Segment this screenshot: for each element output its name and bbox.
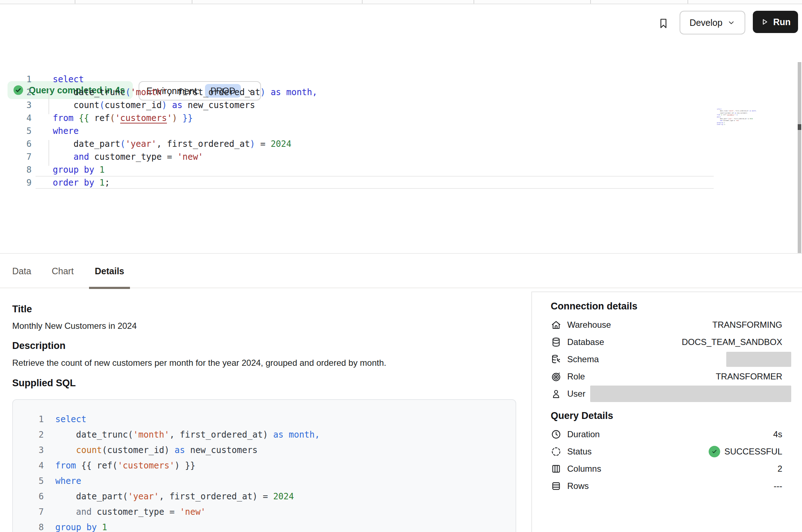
query-details-heading: Query Details (551, 410, 802, 421)
tabstrip-separator (687, 0, 688, 4)
tab-chart[interactable]: Chart (52, 254, 74, 288)
supplied-sql-code: 1select2 date_trunc('month', first_order… (13, 412, 516, 532)
title-heading: Title (12, 304, 32, 315)
sql-editor[interactable]: Query completed in 4s Environment: PROD … (0, 37, 802, 253)
role-icon (551, 371, 561, 382)
connection-details-list: Warehouse TRANSFORMING Database DOCS_TEA… (532, 316, 802, 402)
code-line: 5where (0, 125, 317, 137)
supplied-sql-heading: Supplied SQL (12, 378, 76, 389)
chevron-down-icon (727, 19, 735, 27)
toolbar: Develop Run (0, 4, 802, 38)
tabstrip-separator (192, 0, 192, 4)
row-value: 4s (773, 429, 782, 439)
code-line: 4from {{ ref('customers') }} (0, 112, 317, 125)
connection-row: Database DOCS_TEAM_SANDBOX (532, 333, 802, 351)
tab-details[interactable]: Details (95, 254, 124, 288)
tabstrip-separator (362, 0, 363, 4)
title-value: Monthly New Customers in 2024 (12, 321, 137, 331)
run-button[interactable]: Run (753, 11, 798, 33)
line-number: 2 (0, 86, 32, 99)
line-number: 4 (0, 112, 32, 125)
row-label: Columns (567, 464, 601, 474)
line-number: 8 (0, 163, 32, 176)
line-number: 6 (0, 137, 32, 150)
bookmark-icon[interactable] (656, 15, 671, 32)
redacted-value (590, 386, 791, 402)
tab-data[interactable]: Data (12, 254, 31, 288)
connection-row: Schema (532, 351, 802, 368)
row-value: SUCCESSFUL (724, 447, 782, 457)
row-value: TRANSFORMER (716, 372, 782, 382)
code-line: 9order by 1; (0, 176, 317, 189)
row-label: Duration (567, 429, 600, 439)
minimap-content: select date_trunc('month', first_ordered… (714, 108, 721, 126)
results-tab-bar: DataChartDetails (0, 253, 802, 288)
code-line: order by 1; (714, 123, 721, 125)
code-line: 2 date_trunc('month', first_ordered_at) … (13, 427, 516, 443)
description-heading: Description (12, 340, 66, 351)
browser-tabstrip (0, 0, 802, 4)
row-label: Database (567, 337, 604, 347)
code-line: 5where (13, 473, 516, 489)
code-line: 3 count(customer_id) as new_customers (0, 99, 317, 112)
warehouse-icon (551, 319, 561, 330)
line-number: 7 (0, 150, 32, 163)
row-label: Schema (567, 354, 599, 364)
code-line: 6 date_part('year', first_ordered_at) = … (0, 137, 317, 150)
editor-code[interactable]: 1select2 date_trunc('month', first_order… (0, 73, 317, 189)
query-detail-row: Rows --- (532, 477, 802, 495)
tabstrip-separator (590, 0, 591, 4)
query-detail-row: Status SUCCESSFUL (532, 443, 802, 460)
row-label: Role (567, 372, 585, 382)
line-number: 5 (13, 473, 44, 489)
line-number: 5 (0, 125, 32, 137)
description-value: Retrieve the count of new customers per … (12, 358, 386, 368)
query-details-list: Duration 4s Status SUCCESSFUL Columns 2 … (532, 426, 802, 495)
rows-icon (551, 481, 561, 491)
editor-scrollbar[interactable] (798, 62, 801, 274)
tabstrip-separator (474, 0, 474, 4)
develop-dropdown-button[interactable]: Develop (680, 11, 745, 34)
line-number: 4 (13, 458, 44, 473)
line-number: 7 (13, 504, 44, 520)
row-label: User (567, 389, 586, 399)
line-number: 3 (13, 443, 44, 458)
row-value: DOCS_TEAM_SANDBOX (682, 337, 782, 347)
user-icon (551, 388, 561, 399)
status-icon (551, 446, 561, 457)
schema-icon (551, 354, 561, 365)
code-line: 7 and customer_type = 'new' (0, 150, 317, 163)
editor-minimap[interactable]: select date_trunc('month', first_ordered… (714, 108, 761, 132)
row-value: 2 (778, 464, 782, 474)
line-number: 9 (0, 176, 32, 189)
code-line: 7 and customer_type = 'new' (13, 504, 516, 520)
row-value: TRANSFORMING (712, 320, 782, 330)
play-icon (760, 18, 769, 26)
duration-icon (551, 429, 561, 440)
row-value: --- (774, 481, 782, 491)
code-line: 1select (0, 73, 317, 86)
success-check-icon (709, 446, 720, 457)
code-line: 8group by 1 (13, 520, 516, 532)
connection-details-heading: Connection details (551, 301, 802, 312)
line-number: 8 (13, 520, 44, 532)
code-line: 1select (13, 412, 516, 427)
develop-label: Develop (690, 18, 723, 28)
tabstrip-separator (75, 0, 75, 4)
supplied-sql-card: 1select2 date_trunc('month', first_order… (12, 399, 516, 532)
code-line: 4from {{ ref('customers') }} (13, 458, 516, 473)
redacted-value (726, 352, 791, 367)
line-number: 6 (13, 489, 44, 504)
line-number: 2 (13, 427, 44, 443)
line-number: 1 (0, 73, 32, 86)
line-number: 1 (13, 412, 44, 427)
run-label: Run (773, 17, 791, 27)
query-detail-row: Duration 4s (532, 426, 802, 443)
row-label: Rows (567, 481, 589, 491)
query-detail-row: Columns 2 (532, 460, 802, 477)
connection-row: Warehouse TRANSFORMING (532, 316, 802, 333)
database-icon (551, 337, 561, 347)
row-label: Warehouse (567, 320, 611, 330)
code-line: 2 date_trunc('month', first_ordered_at) … (0, 86, 317, 99)
code-line: 6 date_part('year', first_ordered_at) = … (13, 489, 516, 504)
